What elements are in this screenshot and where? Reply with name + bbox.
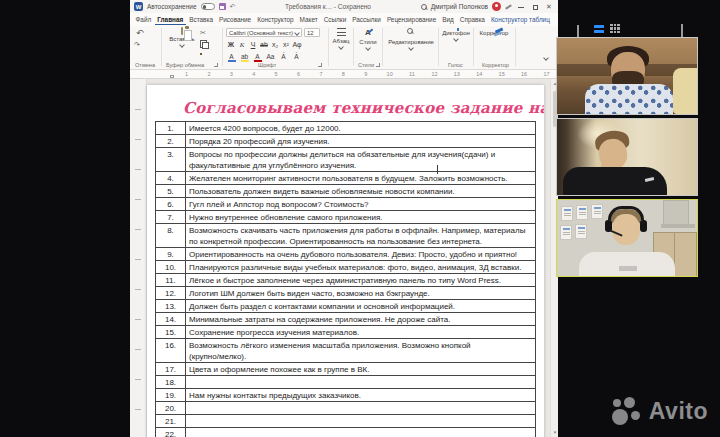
- tab-Главная[interactable]: Главная: [155, 15, 186, 25]
- tab-Рецензирование[interactable]: Рецензирование: [384, 15, 438, 24]
- ribbon-collapse-chevron-icon[interactable]: [544, 56, 548, 60]
- row-text[interactable]: [186, 415, 536, 428]
- gallery-view-button[interactable]: [610, 24, 620, 33]
- document-area: Согласовываем техническое задание на онл…: [130, 79, 558, 437]
- corrector-button[interactable]: Корректор: [477, 28, 511, 36]
- row-text[interactable]: [186, 376, 536, 389]
- row-text[interactable]: Цвета и оформление похожее как в группе …: [186, 363, 536, 376]
- row-text[interactable]: Желателен мониторинг активности пользова…: [186, 172, 536, 185]
- maximize-button[interactable]: [530, 3, 540, 10]
- redo-button[interactable]: ↷: [134, 41, 140, 48]
- row-text[interactable]: Должен быть раздел с контактами компании…: [186, 300, 536, 313]
- document-page[interactable]: Согласовываем техническое задание на онл…: [147, 85, 544, 437]
- table-row: 4.Желателен мониторинг активности пользо…: [156, 172, 536, 185]
- tab-Конструктор[interactable]: Конструктор: [255, 15, 296, 24]
- save-icon[interactable]: [219, 3, 226, 10]
- scroll-down-icon[interactable]: ▼: [551, 430, 558, 435]
- minimize-button[interactable]: [516, 3, 526, 10]
- draw-icon[interactable]: [505, 4, 512, 10]
- undo-button[interactable]: ↶: [136, 29, 144, 38]
- row-text[interactable]: Нужно внутреннее обновление самого прило…: [186, 211, 536, 224]
- row-text[interactable]: Логотип ШМ должен быть виден часто, возм…: [186, 287, 536, 300]
- cut-icon[interactable]: ✂: [200, 29, 206, 36]
- tab-Ссылки[interactable]: Ссылки: [321, 15, 349, 24]
- row-text[interactable]: Лёгкое и быстрое заполнение через админи…: [186, 274, 536, 287]
- tile3-door: [663, 200, 689, 226]
- video-tile-participant-3-active-speaker[interactable]: [556, 199, 698, 277]
- row-text[interactable]: [186, 402, 536, 415]
- format-button-Ч[interactable]: Ч: [248, 41, 258, 48]
- row-text[interactable]: [186, 428, 536, 437]
- format-button-Aφ[interactable]: Aφ: [292, 41, 302, 48]
- ruler-number: 16: [521, 71, 527, 77]
- table-row: 5.Пользователь должен видеть важные обно…: [156, 185, 536, 198]
- row-number: 14.: [156, 313, 186, 326]
- format-button-ab[interactable]: ab: [259, 41, 269, 48]
- styles-dialog-launcher[interactable]: [376, 63, 380, 67]
- editing-button[interactable]: Редактирование: [386, 28, 436, 51]
- undo-icon[interactable]: ↶: [230, 3, 236, 10]
- row-text[interactable]: Пользователь должен видеть важные обновл…: [186, 185, 536, 198]
- minimize-icon: [518, 7, 524, 8]
- color-button-1[interactable]: А: [226, 53, 237, 62]
- vertical-ruler[interactable]: [130, 79, 147, 437]
- tab-Вставка[interactable]: Вставка: [187, 15, 216, 24]
- row-text[interactable]: Имеется 4200 вопросов, будет до 12000.: [186, 122, 536, 135]
- close-button[interactable]: ✕: [544, 3, 554, 11]
- row-text[interactable]: Гугл плей и Аппстор под вопросом? Стоимо…: [186, 198, 536, 211]
- tab-Рисование[interactable]: Рисование: [216, 15, 253, 24]
- font-size-select[interactable]: 12: [304, 28, 320, 37]
- format-button-x₂[interactable]: x₂: [270, 41, 280, 48]
- row-text[interactable]: Вопросы по профессии должны делиться на …: [186, 148, 536, 172]
- table-row: 3.Вопросы по профессии должны делиться н…: [156, 148, 536, 172]
- tab-Макет[interactable]: Макет: [297, 15, 320, 24]
- filmstrip-view-button[interactable]: [594, 25, 604, 33]
- format-button-Ж[interactable]: Ж: [226, 41, 236, 48]
- row-number: 22.: [156, 428, 186, 437]
- styles-button[interactable]: А Стили: [356, 28, 380, 51]
- document-heading[interactable]: Согласовываем техническое задание на онл…: [183, 99, 544, 117]
- row-text[interactable]: Минимальные затраты на содержание прилож…: [186, 313, 536, 326]
- paste-button[interactable]: Вставить: [168, 28, 196, 48]
- tab-Конструктор таблиц[interactable]: Конструктор таблиц: [488, 15, 552, 24]
- ruler-number: 1: [185, 71, 188, 77]
- table-row: 8.Возможность скачивать часть приложения…: [156, 224, 536, 248]
- indent-marker[interactable]: [170, 75, 174, 78]
- avatar[interactable]: [492, 2, 501, 11]
- row-text[interactable]: Ориентированность на очень дубового поль…: [186, 248, 536, 261]
- tab-Справка[interactable]: Справка: [457, 15, 487, 24]
- format-button-x²[interactable]: x²: [281, 41, 291, 48]
- row-number: 1.: [156, 122, 186, 135]
- paragraph-button[interactable]: Абзац: [331, 28, 351, 50]
- row-text[interactable]: Сохранение прогресса изучения материалов…: [186, 326, 536, 339]
- tab-Рассылки[interactable]: Рассылки: [350, 15, 384, 24]
- search-icon[interactable]: [421, 4, 427, 10]
- row-text[interactable]: Возможность скачивать часть приложения д…: [186, 224, 536, 248]
- participant-1-shirt: [585, 84, 673, 115]
- color-button-5[interactable]: А́: [278, 53, 289, 60]
- font-dialog-launcher[interactable]: [318, 63, 322, 67]
- document-title-status[interactable]: Требования к… - Сохранено: [239, 3, 416, 10]
- color-button-2[interactable]: ab: [239, 53, 250, 62]
- font-name-select[interactable]: Calibri (Основной текст): [226, 28, 302, 37]
- paragraph-chevron-icon: [339, 45, 343, 49]
- color-button-6[interactable]: А̀: [291, 53, 302, 60]
- video-tile-participant-2[interactable]: [556, 118, 698, 196]
- autosave-toggle[interactable]: [201, 3, 215, 10]
- format-button-К[interactable]: К: [237, 41, 247, 49]
- table-row: 22.: [156, 428, 536, 437]
- row-text[interactable]: Планируются различные виды учебных матер…: [186, 261, 536, 274]
- tab-Файл[interactable]: Файл: [133, 15, 154, 24]
- undo-group-label: Отмена: [135, 62, 155, 68]
- color-button-3[interactable]: А: [252, 53, 263, 62]
- video-tile-participant-1[interactable]: [556, 37, 698, 115]
- tab-Вид[interactable]: Вид: [440, 15, 457, 24]
- row-text[interactable]: Возможность лёгкого изменения масштаба п…: [186, 339, 536, 363]
- dictate-button[interactable]: Диктофон: [441, 28, 471, 42]
- color-button-4[interactable]: Aa: [265, 53, 276, 60]
- requirements-table: 1.Имеется 4200 вопросов, будет до 12000.…: [155, 121, 536, 437]
- row-text[interactable]: Порядка 20 профессий для изучения.: [186, 135, 536, 148]
- horizontal-ruler[interactable]: 1234567891011121314151617: [130, 70, 558, 79]
- row-text[interactable]: Нам нужны контакты предыдущих заказчиков…: [186, 389, 536, 402]
- clipboard-dialog-launcher[interactable]: [214, 63, 218, 67]
